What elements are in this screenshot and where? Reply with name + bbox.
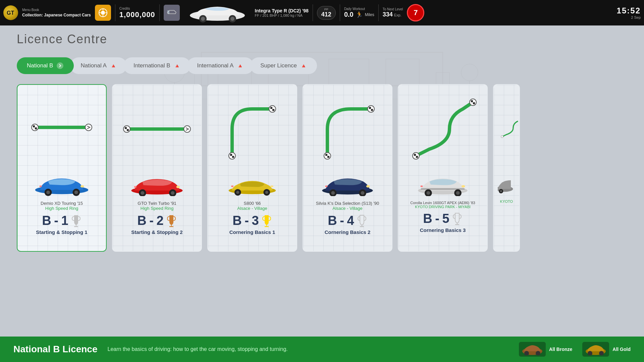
tab-international-a[interactable]: International A 🔺	[187, 57, 254, 74]
cone-icon-3: 🔺	[237, 63, 244, 69]
svg-point-97	[462, 185, 465, 187]
tab-national-b[interactable]: National B	[17, 57, 74, 74]
svg-point-37	[80, 185, 84, 187]
svg-point-65	[265, 191, 268, 194]
time-value: 15:52	[617, 6, 641, 15]
card-lesson-b2: Starting & Stopping 2	[131, 229, 182, 235]
pp-label: PP	[324, 8, 328, 11]
divider-5	[378, 4, 379, 21]
svg-point-38	[39, 185, 42, 187]
card-car-b1	[21, 169, 102, 199]
reward-gold-block: All Gold	[582, 342, 631, 357]
svg-point-36	[74, 190, 78, 194]
svg-point-51	[176, 186, 180, 188]
svg-point-94	[426, 191, 430, 195]
main-content: Licence Centre National B National A 🔺 I…	[0, 25, 644, 362]
card-track-b6	[498, 89, 515, 169]
svg-point-34	[46, 190, 50, 194]
card-b5[interactable]: Corolla Levin 1600GT APEX (AE86) '83 KYO…	[398, 84, 488, 252]
card-track-b5	[402, 89, 483, 169]
trophy-b5	[452, 212, 463, 226]
integra-car-image	[185, 3, 249, 23]
bottom-bar-title: National B Licence	[13, 344, 98, 355]
run-icon: 🏃	[356, 11, 363, 18]
tab-super-licence[interactable]: Super Licence 🔺	[250, 57, 317, 74]
tab-national-a[interactable]: National A 🔺	[70, 57, 127, 74]
svg-point-50	[171, 191, 174, 195]
card-b4[interactable]: Silvia K's Dia Selection (S13) '90 Alsac…	[303, 84, 392, 252]
card-b1[interactable]: Demio XD Touring '15 High Speed Ring B -…	[17, 84, 107, 252]
workout-value: 0.0	[344, 11, 354, 18]
divider-2	[159, 4, 160, 21]
trophy-b2	[166, 214, 177, 228]
licence-code-b2: B - 2	[137, 214, 163, 228]
car-select-icon[interactable]	[164, 5, 180, 21]
gt-logo: GT	[3, 5, 18, 20]
svg-rect-87	[416, 156, 418, 158]
car-image-top	[184, 3, 251, 23]
time-block: 15:52 2 Sep	[617, 6, 641, 19]
svg-rect-17	[329, 59, 369, 86]
card-car-b6	[498, 169, 515, 199]
workout-block: Daily Workout 0.0 🏃 Miles	[344, 7, 374, 18]
trophy-b4	[357, 214, 367, 228]
card-b2[interactable]: GTO Twin Turbo '91 High Speed Ring B - 2…	[112, 84, 202, 252]
svg-rect-56	[230, 154, 232, 156]
next-level-value: 334	[383, 11, 393, 18]
svg-rect-29	[33, 125, 35, 127]
svg-point-101	[501, 136, 503, 138]
svg-point-98	[420, 185, 423, 187]
svg-rect-74	[369, 107, 371, 109]
divider-1	[115, 4, 115, 21]
svg-point-45	[184, 126, 191, 132]
menu-book-label: Menu Book	[22, 8, 91, 12]
card-car-name-b5: Corolla Levin 1600GT APEX (AE86) '83	[410, 201, 475, 205]
svg-point-81	[366, 185, 370, 187]
card-track-name-b1: High Speed Ring	[45, 206, 78, 211]
licence-code-b4: B - 4	[328, 214, 354, 228]
svg-point-13	[230, 17, 234, 21]
workout-unit: Miles	[365, 12, 374, 17]
tab-national-a-label: National A	[80, 62, 107, 69]
svg-point-63	[236, 191, 239, 194]
svg-point-52	[134, 186, 137, 188]
time-date: 2 Sep	[631, 15, 641, 19]
tab-international-b[interactable]: International B 🔺	[123, 57, 191, 74]
collection-label: Collection: Japanese Compact Cars	[22, 12, 91, 18]
svg-rect-86	[414, 154, 416, 156]
car-info: Integra Type R (DC2) '98 FF / 201 BHP / …	[255, 8, 309, 17]
card-lesson-b1: Starting & Stopping 1	[36, 229, 87, 235]
svg-point-48	[141, 191, 144, 195]
card-track-name-b2: High Speed Ring	[141, 206, 173, 211]
bottom-bar-desc: Learn the basics of driving: how to get …	[108, 346, 509, 352]
pp-value: 412	[321, 11, 331, 18]
svg-point-78	[331, 191, 335, 195]
svg-rect-71	[325, 154, 327, 156]
collection-icon[interactable]	[95, 5, 111, 21]
licence-code-b5: B - 5	[423, 212, 449, 226]
next-level-unit: Exp.	[394, 13, 401, 17]
workout-label: Daily Workout	[344, 7, 365, 11]
svg-rect-57	[232, 156, 234, 158]
tab-national-b-label: National B	[27, 62, 53, 69]
card-b6[interactable]: KYOTO	[493, 84, 520, 252]
svg-point-104	[500, 190, 502, 192]
car-specs: FF / 201 BHP / 1,080 kg / NA	[255, 13, 309, 17]
tab-international-a-label: International A	[197, 62, 234, 69]
card-track-name-b5: KYOTO DRIVING PARK - MIYABI	[415, 205, 471, 209]
card-car-name-b4: Silvia K's Dia Selection (S13) '90	[316, 201, 379, 206]
cone-icon-1: 🔺	[110, 63, 117, 69]
credits-label: Credits	[119, 7, 155, 10]
svg-point-2	[101, 11, 105, 15]
next-level-block: To Next Level 334 Exp.	[383, 7, 403, 18]
svg-rect-44	[127, 129, 129, 131]
svg-point-66	[270, 185, 273, 187]
card-car-name-b2: GTO Twin Turbo '91	[138, 201, 176, 206]
car-name: Integra Type R (DC2) '98	[255, 8, 309, 13]
svg-rect-43	[125, 127, 127, 129]
card-car-b4	[307, 169, 388, 199]
card-track-b3	[212, 89, 292, 169]
credits-block: Credits 1,000,000	[119, 7, 155, 19]
card-b3[interactable]: S800 '66 Alsace - Village B - 3 Cornerin…	[207, 84, 297, 252]
cards-area: Demio XD Touring '15 High Speed Ring B -…	[17, 84, 641, 252]
